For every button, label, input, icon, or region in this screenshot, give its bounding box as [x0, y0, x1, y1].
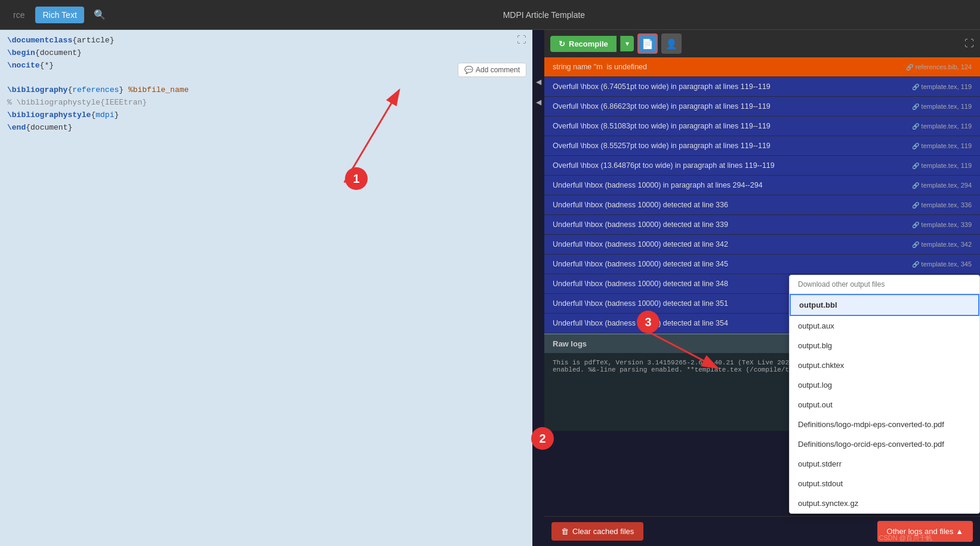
top-bar: rce Rich Text 🔍 MDPI Article Template	[0, 0, 980, 30]
search-icon[interactable]: 🔍	[89, 7, 110, 23]
tutorial-badge-1: 1	[345, 167, 368, 190]
warning-file-ref: 🔗 template.tex, 119	[912, 142, 972, 149]
tutorial-badge-3: 3	[637, 311, 660, 333]
app-container: rce Rich Text 🔍 MDPI Article Template ⛶ …	[0, 0, 980, 546]
code-line: \begin{document}	[7, 47, 525, 60]
warning-file-ref: 🔗 template.tex, 342	[912, 241, 972, 248]
warning-message: Overfull \hbox (13.64876pt too wide) in …	[553, 161, 907, 170]
warning-item[interactable]: Overfull \hbox (6.86623pt too wide) in p…	[544, 97, 980, 116]
warning-item[interactable]: Overfull \hbox (8.55257pt too wide) in p…	[544, 136, 980, 156]
warning-message: Underfull \hbox (badness 10000) detected…	[553, 260, 907, 268]
right-toolbar: ↻ Recompile ▾ 📄 👤 ⛶	[544, 30, 980, 57]
recompile-icon: ↻	[559, 39, 565, 48]
warning-file-ref: 🔗 template.tex, 119	[912, 122, 972, 130]
editor-content: \documentclass{article} \begin{document}…	[0, 30, 532, 139]
document-title: MDPI Article Template	[115, 10, 973, 20]
warning-file-ref: 🔗 template.tex, 119	[912, 162, 972, 169]
warning-message: Underfull \hbox (badness 10000) in parag…	[553, 181, 907, 189]
dropdown-item-outputchktex[interactable]: output.chktex	[790, 355, 979, 375]
recompile-dropdown-button[interactable]: ▾	[620, 36, 634, 51]
warning-file-ref: 🔗 template.tex, 336	[912, 201, 972, 208]
error-item[interactable]: string name "m is undefined 🔗 references…	[544, 57, 980, 77]
dropdown-item-logo-orcid[interactable]: Definitions/logo-orcid-eps-converted-to.…	[790, 434, 979, 454]
warning-file-ref: 🔗 template.tex, 339	[912, 221, 972, 228]
warning-message: Underfull \hbox (badness 10000) detected…	[553, 201, 907, 209]
expand-panel-icon[interactable]: ⛶	[964, 38, 974, 49]
person-add-icon: 👤	[665, 38, 677, 50]
warning-item[interactable]: Underfull \hbox (badness 10000) detected…	[544, 235, 980, 254]
dropdown-item-outputblg[interactable]: output.blg	[790, 336, 979, 355]
dropdown-header: Download other output files	[790, 275, 979, 294]
dropdown-item-outputbbl[interactable]: output.bbl	[790, 294, 979, 316]
warning-item[interactable]: Underfull \hbox (badness 10000) detected…	[544, 215, 980, 235]
code-line: \nocite{*}	[7, 60, 525, 72]
source-tab[interactable]: rce	[7, 7, 30, 23]
error-message: string name "m is undefined	[553, 63, 901, 71]
warning-message: Overfull \hbox (6.86623pt too wide) in p…	[553, 102, 907, 111]
link-icon: 🔗	[906, 64, 913, 70]
code-line: \bibliographystyle{mdpi}	[7, 109, 525, 122]
code-line	[7, 72, 525, 84]
toggle-arrow-1[interactable]: ◀	[536, 78, 541, 86]
file-download-icon: 📄	[642, 38, 654, 50]
download-output-button[interactable]: 📄	[637, 33, 658, 54]
warning-message: Underfull \hbox (badness 10000) detected…	[553, 240, 907, 249]
dropdown-item-outputlog[interactable]: output.log	[790, 375, 979, 395]
code-line: \end{document}	[7, 122, 525, 134]
main-layout: ⛶ 💬 Add comment \documentclass{article} …	[0, 30, 980, 546]
tutorial-badge-2: 2	[531, 427, 554, 450]
warning-file-ref: 🔗 template.tex, 119	[912, 83, 972, 90]
warning-item[interactable]: Underfull \hbox (badness 10000) detected…	[544, 254, 980, 274]
watermark: CSDN @百川千帆	[879, 533, 932, 542]
toggle-arrow-2[interactable]: ◀	[536, 98, 541, 106]
warning-message: Overfull \hbox (8.55257pt too wide) in p…	[553, 142, 907, 150]
dropdown-item-logo-mdpi[interactable]: Definitions/logo-mdpi-eps-converted-to.p…	[790, 415, 979, 434]
warning-item[interactable]: Overfull \hbox (6.74051pt too wide) in p…	[544, 77, 980, 97]
warning-item[interactable]: Underfull \hbox (badness 10000) in parag…	[544, 176, 980, 195]
warning-message: Overfull \hbox (8.51083pt too wide) in p…	[553, 122, 907, 130]
warning-message: Overfull \hbox (6.74051pt too wide) in p…	[553, 82, 907, 91]
right-panel: ↻ Recompile ▾ 📄 👤 ⛶ string name "m i	[544, 30, 980, 546]
editor-panel: ⛶ 💬 Add comment \documentclass{article} …	[0, 30, 532, 546]
code-line: \documentclass{article}	[7, 35, 525, 47]
dropdown-item-outputout[interactable]: output.out	[790, 395, 979, 415]
error-file-ref: 🔗 references.bib, 124	[906, 63, 972, 70]
warning-item[interactable]: Overfull \hbox (13.64876pt too wide) in …	[544, 156, 980, 176]
panel-toggles: ◀ ◀	[532, 30, 544, 546]
clear-cache-button[interactable]: 🗑 Clear cached files	[551, 522, 643, 541]
comment-icon: 💬	[464, 66, 473, 74]
toolbar-right: ⛶	[964, 38, 974, 49]
recompile-button[interactable]: ↻ Recompile	[550, 36, 617, 52]
code-line: \bibliography{references} %bibfile_name	[7, 84, 525, 97]
warning-item[interactable]: Underfull \hbox (badness 10000) detected…	[544, 195, 980, 215]
share-button[interactable]: 👤	[661, 33, 682, 54]
code-line: % \bibliographystyle{IEEEtran}	[7, 97, 525, 109]
warning-item[interactable]: Overfull \hbox (8.51083pt too wide) in p…	[544, 116, 980, 136]
warning-file-ref: 🔗 template.tex, 294	[912, 182, 972, 189]
dropdown-item-outputaux[interactable]: output.aux	[790, 316, 979, 336]
dropdown-item-outputstderr[interactable]: output.stderr	[790, 454, 979, 474]
dropdown-item-outputsynctex[interactable]: output.synctex.gz	[790, 493, 979, 513]
warning-file-ref: 🔗 template.tex, 345	[912, 260, 972, 268]
trash-icon: 🗑	[561, 527, 569, 536]
warning-file-ref: 🔗 template.tex, 119	[912, 103, 972, 110]
warning-message: Underfull \hbox (badness 10000) detected…	[553, 220, 907, 229]
output-files-dropdown: Download other output files output.bbl o…	[789, 275, 980, 514]
dropdown-item-outputstdout[interactable]: output.stdout	[790, 474, 979, 493]
add-comment-button[interactable]: 💬 Add comment	[458, 63, 526, 77]
richtext-tab[interactable]: Rich Text	[35, 7, 84, 23]
expand-editor-icon[interactable]: ⛶	[517, 35, 526, 45]
